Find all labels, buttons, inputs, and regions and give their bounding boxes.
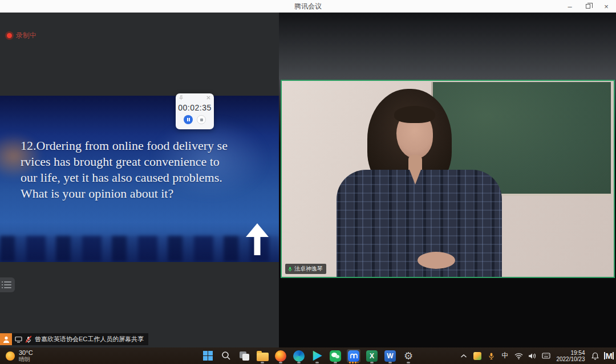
timer-buttons xyxy=(176,115,214,124)
weather-condition: 晴朗 xyxy=(19,356,33,362)
screen-share-banner: 曾嘉欣英语协会EC工作人员的屏幕共享 xyxy=(0,333,148,345)
tray-time: 19:54 xyxy=(570,350,585,356)
timer-close-icon[interactable] xyxy=(206,95,211,100)
restore-button[interactable] xyxy=(582,1,594,12)
desktop: 腾讯会议 – × 录制中 12.Ordering from online foo… xyxy=(0,0,616,364)
ime-indicator[interactable]: 中 xyxy=(500,350,510,362)
tray-date: 2022/10/23 xyxy=(556,356,585,362)
tray-overflow-button[interactable] xyxy=(459,350,469,362)
gear-icon xyxy=(404,351,413,361)
presentation-slide: 12.Ordering from online food delivery se… xyxy=(0,96,279,262)
microphone-icon xyxy=(488,352,495,360)
slide-question-text: 12.Ordering from online food delivery se… xyxy=(21,138,274,202)
tray-app-button[interactable] xyxy=(472,350,483,362)
touch-keyboard-icon xyxy=(542,353,550,359)
word-button[interactable]: W xyxy=(383,349,397,363)
taskbar-center: X W xyxy=(201,347,415,364)
notifications-bell-icon xyxy=(591,352,599,360)
sun-icon xyxy=(6,351,15,361)
restore-icon xyxy=(586,4,590,9)
firefox-icon xyxy=(275,350,286,362)
share-banner-label: 曾嘉欣英语协会EC工作人员的屏幕共享 xyxy=(35,335,144,343)
system-tray: 中 19:54 2022/10/23 M xyxy=(459,347,614,364)
touch-keyboard-button[interactable] xyxy=(541,350,551,362)
list-icon xyxy=(4,281,11,283)
mic-muted-icon xyxy=(25,336,32,343)
word-icon: W xyxy=(384,350,396,362)
participant-name-tag: 法卓神逸琴 xyxy=(285,264,326,274)
wechat-icon xyxy=(330,350,341,362)
tencent-meeting-icon xyxy=(348,350,359,362)
up-arrow-icon xyxy=(245,223,270,256)
folder-icon xyxy=(257,353,269,361)
window-title: 腾讯会议 xyxy=(294,2,322,11)
speaker-icon xyxy=(528,353,536,359)
participant-hands xyxy=(418,252,455,269)
video-pane: 法卓神逸琴 xyxy=(279,13,616,347)
slide-bottom-shade xyxy=(0,222,279,262)
file-explorer-button[interactable] xyxy=(256,349,269,363)
mic-on-icon xyxy=(287,266,293,272)
side-panel-toggle-button[interactable] xyxy=(0,277,15,292)
participant-name: 法卓神逸琴 xyxy=(294,265,323,273)
participant-fringe xyxy=(394,106,435,123)
timer-stop-button[interactable] xyxy=(197,115,206,124)
play-icon xyxy=(312,350,323,361)
sharer-avatar xyxy=(0,333,12,345)
firefox-button[interactable] xyxy=(274,349,287,363)
ime-label: 中 xyxy=(501,351,508,361)
participant-video-tile[interactable]: 法卓神逸琴 xyxy=(281,80,615,278)
start-button[interactable] xyxy=(201,349,214,363)
taskbar: 30°C 晴朗 xyxy=(0,347,616,364)
mic-in-use-indicator[interactable] xyxy=(486,350,496,362)
task-view-button[interactable] xyxy=(237,349,251,363)
timer-value: 00:02:35 xyxy=(176,103,214,112)
volume-button[interactable] xyxy=(527,350,537,362)
close-button[interactable]: × xyxy=(600,1,613,12)
weather-widget[interactable]: 30°C 晴朗 xyxy=(6,347,33,364)
meeting-timer-widget[interactable]: 00:02:35 xyxy=(176,93,214,129)
person-icon xyxy=(2,336,10,343)
recording-label: 录制中 xyxy=(16,31,37,40)
weather-temperature: 30°C xyxy=(19,350,33,356)
search-button[interactable] xyxy=(219,349,233,363)
tencent-meeting-button[interactable] xyxy=(347,349,360,363)
windows-logo-icon xyxy=(203,351,213,361)
chevron-up-icon xyxy=(460,354,467,358)
edge-button[interactable] xyxy=(292,349,306,363)
tray-app-icon xyxy=(473,352,481,360)
recording-indicator[interactable]: 录制中 xyxy=(7,31,37,40)
notifications-button[interactable] xyxy=(590,350,601,362)
window-controls: – × xyxy=(564,0,613,13)
edge-icon xyxy=(293,350,305,362)
excel-button[interactable]: X xyxy=(365,349,379,363)
pin-icon[interactable] xyxy=(179,95,184,100)
wechat-button[interactable] xyxy=(329,349,342,363)
window-titlebar: 腾讯会议 – × xyxy=(0,0,616,13)
excel-icon: X xyxy=(366,350,378,362)
clock[interactable]: 19:54 2022/10/23 xyxy=(556,350,585,362)
minimize-button[interactable]: – xyxy=(564,1,576,12)
tray-m-logo-icon[interactable]: M xyxy=(604,352,614,359)
search-icon xyxy=(221,351,231,361)
shared-screen-pane: 录制中 12.Ordering from online food deliver… xyxy=(0,13,279,347)
settings-button[interactable] xyxy=(402,349,415,363)
recording-dot-icon xyxy=(7,33,12,38)
screen-share-icon xyxy=(15,336,22,343)
media-player-button[interactable] xyxy=(310,349,324,363)
wifi-button[interactable] xyxy=(513,350,524,362)
timer-pause-button[interactable] xyxy=(184,115,193,124)
wifi-icon xyxy=(514,353,523,359)
